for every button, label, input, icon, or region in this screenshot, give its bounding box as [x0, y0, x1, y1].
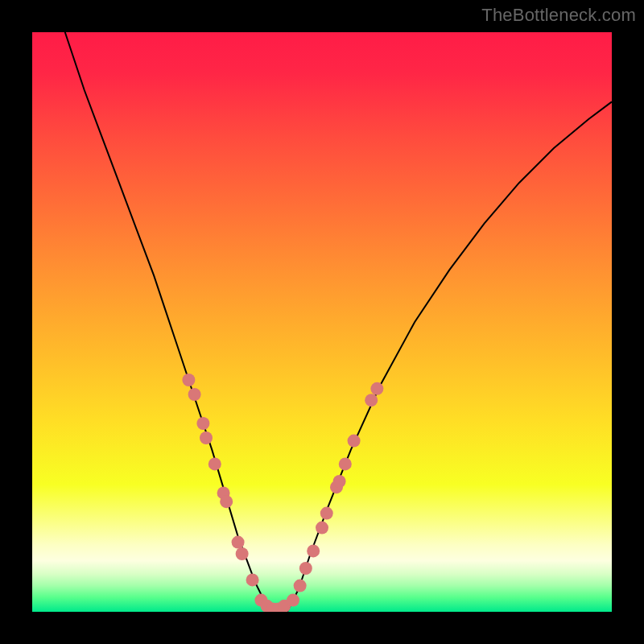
- highlight-dot: [348, 435, 361, 448]
- highlight-dot: [196, 417, 209, 430]
- highlight-dot: [232, 536, 245, 549]
- highlight-dot: [294, 580, 307, 592]
- highlight-dot: [333, 475, 346, 488]
- watermark-text: TheBottleneck.com: [481, 5, 636, 26]
- highlight-dot: [236, 547, 249, 560]
- highlight-dot: [307, 544, 320, 557]
- highlight-dots: [182, 374, 383, 612]
- highlight-dot: [182, 374, 195, 386]
- chart-frame: TheBottleneck.com: [0, 0, 644, 644]
- highlight-dot: [287, 594, 299, 607]
- curve-layer: [32, 32, 612, 612]
- highlight-dot: [220, 495, 233, 508]
- highlight-dot: [370, 382, 383, 395]
- highlight-dot: [188, 388, 201, 401]
- highlight-dot: [339, 457, 352, 470]
- highlight-dot: [316, 522, 328, 535]
- highlight-dot: [200, 431, 213, 444]
- highlight-dot: [246, 573, 259, 586]
- highlight-dot: [208, 457, 221, 470]
- highlight-dot: [320, 507, 333, 520]
- highlight-dot: [299, 562, 312, 575]
- highlight-dot: [365, 394, 378, 407]
- plot-area: [32, 32, 612, 612]
